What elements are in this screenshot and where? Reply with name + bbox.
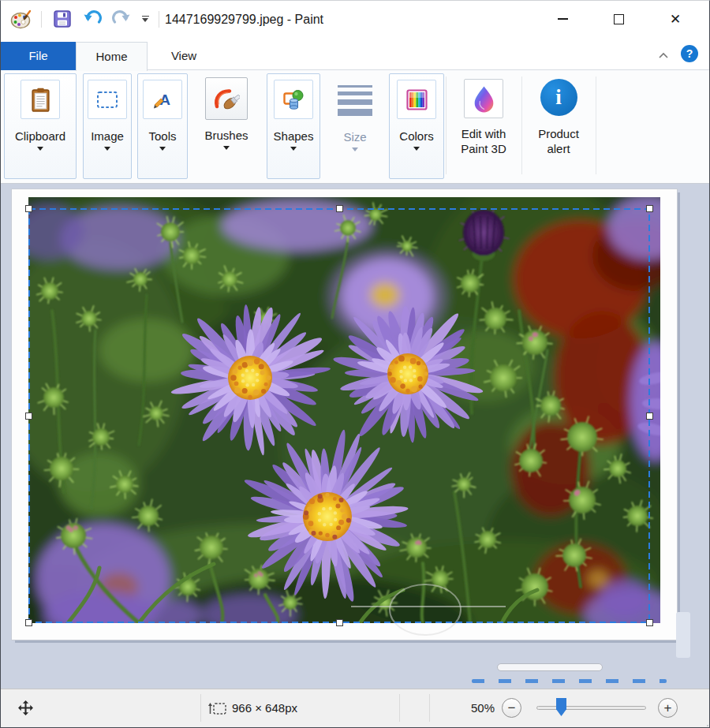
tab-file[interactable]: File [1, 42, 76, 70]
ribbon-separator [521, 77, 522, 174]
colors-label: Colors [399, 129, 433, 143]
line-size-icon [338, 83, 372, 118]
clipboard-icon [21, 80, 60, 119]
vertical-scrollbar-thumb[interactable] [676, 612, 690, 658]
selection-handle-nw[interactable] [25, 205, 32, 212]
quick-access-dropdown-button[interactable] [136, 7, 154, 31]
ribbon: Clipboard Image A Tools [1, 70, 709, 184]
zoom-level-value: 50% [443, 689, 495, 726]
save-button[interactable] [50, 7, 74, 31]
chevron-down-icon [142, 16, 149, 23]
dropdown-arrow-icon [413, 147, 420, 151]
product-alert-button[interactable]: i Productalert [523, 73, 594, 179]
shapes-group-button[interactable]: Shapes [267, 73, 320, 179]
window-title: 1447169929799.jpeg - Paint [165, 1, 323, 38]
app-logo-icon [9, 7, 32, 31]
cursor-position-icon [17, 700, 34, 719]
paint3d-icon [464, 79, 503, 118]
paint3d-label: Edit withPaint 3D [461, 126, 506, 156]
minimize-icon [558, 18, 568, 20]
colors-palette-icon [397, 80, 436, 119]
selection-handle-w[interactable] [25, 413, 32, 420]
dropdown-arrow-icon [223, 146, 230, 150]
selection-handle-ne[interactable] [646, 205, 653, 212]
selection-handle-s[interactable] [336, 619, 343, 626]
brushes-icon [205, 77, 248, 120]
statusbar: 966 × 648px 50% − + [1, 689, 709, 727]
tab-home[interactable]: Home [76, 42, 148, 71]
shapes-label: Shapes [274, 129, 314, 143]
maximize-icon [614, 14, 624, 24]
redo-button[interactable] [110, 7, 133, 31]
resize-grip[interactable] [703, 721, 704, 722]
zoom-out-button[interactable]: − [502, 698, 521, 718]
colors-group-button[interactable]: Colors [389, 73, 444, 179]
shapes-icon [274, 80, 313, 119]
zoom-slider-track[interactable] [536, 706, 646, 710]
select-region-icon [88, 80, 127, 119]
canvas-area[interactable] [1, 184, 709, 691]
image-size-icon [207, 701, 227, 719]
close-icon: ✕ [670, 13, 681, 26]
brushes-group-button[interactable]: Brushes [195, 73, 258, 179]
titlebar-separator [41, 11, 42, 28]
edit-with-paint3d-button[interactable]: Edit withPaint 3D [447, 73, 520, 179]
minimize-button[interactable] [544, 1, 581, 37]
drawing-page[interactable] [11, 189, 678, 640]
tools-icon: A [143, 80, 182, 119]
selection-marquee[interactable] [28, 208, 650, 623]
selection-dash-artifact [472, 679, 667, 683]
tools-group-button[interactable]: A Tools [137, 73, 188, 179]
tab-view[interactable]: View [148, 42, 220, 70]
dropdown-arrow-icon [159, 147, 166, 151]
collapse-ribbon-button[interactable] [656, 48, 671, 62]
dropdown-arrow-icon [352, 147, 358, 151]
size-label: Size [343, 130, 366, 144]
info-icon: i [540, 79, 577, 116]
clipboard-label: Clipboard [15, 129, 65, 143]
titlebar-separator [159, 11, 159, 28]
paint-window: 1447169929799.jpeg - Paint ✕ File Home V… [0, 0, 710, 728]
close-button[interactable]: ✕ [657, 1, 693, 37]
statusbar-separator [399, 694, 400, 722]
titlebar: 1447169929799.jpeg - Paint ✕ [1, 1, 709, 38]
tools-label: Tools [148, 129, 176, 143]
plus-icon: + [664, 701, 672, 715]
chevron-up-icon [658, 52, 669, 59]
undo-button[interactable] [80, 7, 104, 31]
selection-handle-n[interactable] [336, 205, 343, 212]
product-alert-label: Productalert [538, 126, 579, 156]
ribbon-tab-row: File Home View ? [1, 38, 709, 70]
selection-handle-se[interactable] [646, 619, 653, 626]
dropdown-arrow-icon [104, 147, 110, 151]
dropdown-arrow-icon [37, 147, 43, 151]
maximize-button[interactable] [600, 1, 637, 37]
clipboard-group-button[interactable]: Clipboard [4, 73, 77, 179]
ribbon-separator [446, 77, 447, 174]
horizontal-scrollbar-thumb[interactable] [497, 663, 603, 671]
dropdown-arrow-icon [290, 147, 297, 151]
image-group-button[interactable]: Image [83, 73, 132, 179]
selection-handle-e[interactable] [646, 413, 653, 420]
help-button[interactable]: ? [681, 45, 698, 62]
minus-icon: − [508, 701, 516, 715]
image-size-value: 966 × 648px [232, 689, 297, 726]
image-label: Image [91, 129, 124, 143]
selection-handle-sw[interactable] [25, 619, 32, 626]
zoom-in-button[interactable]: + [658, 698, 678, 718]
ribbon-separator [596, 77, 596, 174]
zoom-slider-thumb[interactable] [556, 698, 566, 716]
brushes-label: Brushes [204, 129, 248, 142]
statusbar-separator [200, 694, 201, 722]
size-group-button-disabled: Size [327, 73, 383, 179]
statusbar-separator [429, 694, 430, 722]
help-icon: ? [686, 47, 693, 60]
